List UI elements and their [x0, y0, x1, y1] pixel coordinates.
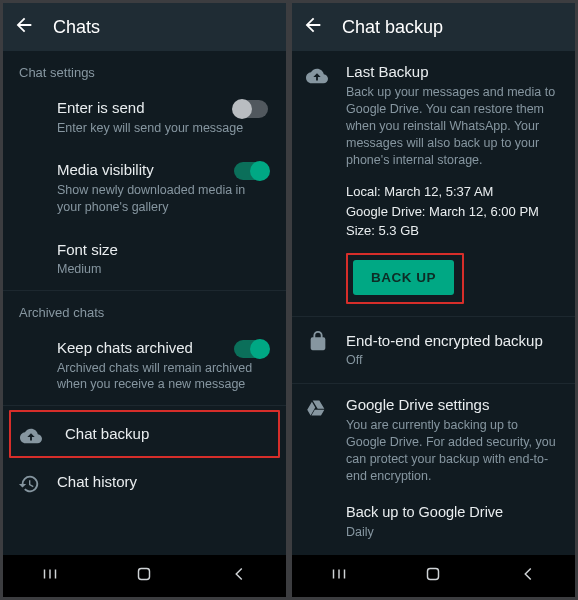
font-size-sub: Medium	[57, 261, 262, 278]
divider	[3, 405, 286, 406]
keep-archived-toggle[interactable]	[234, 340, 268, 358]
keep-archived-title: Keep chats archived	[57, 338, 262, 358]
cloud-upload-icon	[19, 424, 43, 448]
last-backup-title: Last Backup	[346, 63, 559, 80]
backup-status: Local: March 12, 5:37 AM Google Drive: M…	[346, 182, 559, 241]
section-archived-chats: Archived chats	[3, 291, 286, 326]
nav-recent-icon[interactable]	[328, 563, 350, 589]
backup-local: Local: March 12, 5:37 AM	[346, 182, 559, 202]
e2e-title: End-to-end encrypted backup	[346, 331, 551, 351]
backup-button[interactable]: BACK UP	[353, 260, 454, 295]
row-font-size[interactable]: Font size Medium	[3, 228, 286, 290]
nav-recent-icon[interactable]	[39, 563, 61, 589]
row-chat-history[interactable]: Chat history	[3, 460, 286, 504]
freq-sub: Daily	[346, 524, 559, 541]
row-media-visibility[interactable]: Media visibility Show newly downloaded m…	[3, 148, 286, 227]
back-icon[interactable]	[13, 14, 35, 40]
media-visibility-toggle[interactable]	[234, 162, 268, 180]
svg-rect-0	[139, 569, 150, 580]
history-icon	[17, 472, 41, 496]
google-drive-settings-block: Google Drive settings You are currently …	[292, 384, 575, 495]
back-icon[interactable]	[302, 14, 324, 40]
chat-backup-screen: Chat backup Last Backup Back up your mes…	[292, 3, 575, 597]
android-nav-bar	[3, 555, 286, 597]
chat-backup-label: Chat backup	[65, 424, 254, 444]
media-visibility-title: Media visibility	[57, 160, 262, 180]
google-drive-icon	[306, 398, 330, 422]
enter-is-send-sub: Enter key will send your message	[57, 120, 262, 137]
nav-back-icon[interactable]	[517, 563, 539, 589]
lock-icon	[306, 329, 330, 353]
row-enter-is-send[interactable]: Enter is send Enter key will send your m…	[3, 86, 286, 148]
gd-desc: You are currently backing up to Google D…	[346, 417, 559, 485]
section-chat-settings: Chat settings	[3, 51, 286, 86]
appbar: Chat backup	[292, 3, 575, 51]
last-backup-block: Last Backup Back up your messages and me…	[292, 51, 575, 316]
backup-size: Size: 5.3 GB	[346, 221, 559, 241]
nav-home-icon[interactable]	[422, 563, 444, 589]
gd-title: Google Drive settings	[346, 396, 559, 413]
row-chat-backup[interactable]: Chat backup	[9, 410, 280, 458]
appbar-title: Chat backup	[342, 17, 443, 38]
e2e-sub: Off	[346, 352, 551, 369]
backup-drive: Google Drive: March 12, 6:00 PM	[346, 202, 559, 222]
appbar-title: Chats	[53, 17, 100, 38]
media-visibility-sub: Show newly downloaded media in your phon…	[57, 182, 262, 216]
row-e2e-backup[interactable]: End-to-end encrypted backup Off	[292, 317, 575, 383]
backup-button-highlight: BACK UP	[346, 253, 464, 304]
font-size-title: Font size	[57, 240, 262, 260]
last-backup-desc: Back up your messages and media to Googl…	[346, 84, 559, 168]
appbar: Chats	[3, 3, 286, 51]
enter-is-send-toggle[interactable]	[234, 100, 268, 118]
svg-rect-1	[428, 569, 439, 580]
nav-back-icon[interactable]	[228, 563, 250, 589]
keep-archived-sub: Archived chats will remain archived when…	[57, 360, 262, 394]
chat-history-label: Chat history	[57, 472, 262, 492]
nav-home-icon[interactable]	[133, 563, 155, 589]
row-backup-frequency[interactable]: Back up to Google Drive Daily	[292, 495, 575, 549]
cloud-upload-icon	[306, 65, 330, 89]
chats-settings-screen: Chats Chat settings Enter is send Enter …	[3, 3, 286, 597]
row-keep-archived[interactable]: Keep chats archived Archived chats will …	[3, 326, 286, 405]
android-nav-bar	[292, 555, 575, 597]
freq-title: Back up to Google Drive	[346, 503, 559, 522]
